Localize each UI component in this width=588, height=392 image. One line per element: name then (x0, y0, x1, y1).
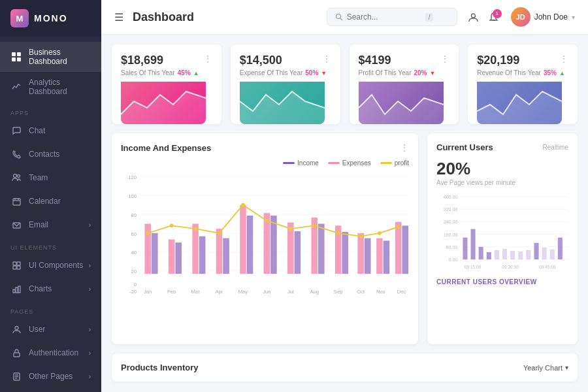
stat-card-profit: $4199 ⋮ Profit Of This Year 20% ▼ (350, 44, 459, 124)
chevron-right-icon: › (89, 286, 91, 293)
svg-text:May: May (238, 289, 248, 295)
sidebar-item-team[interactable]: Team (0, 166, 101, 189)
chart-legend: Income Expenses profit (121, 159, 409, 167)
more-icon[interactable]: ⋮ (559, 54, 568, 64)
more-icon[interactable]: ⋮ (440, 54, 449, 64)
calendar-icon (10, 195, 22, 207)
income-expenses-chart: Income And Expenses ⋮ Income Expenses (112, 133, 418, 344)
svg-rect-15 (13, 289, 15, 293)
svg-rect-118 (550, 250, 555, 259)
svg-text:0: 0 (134, 282, 137, 287)
logo-text: MONO (34, 13, 68, 24)
sidebar-item-authentication[interactable]: Authentication › (0, 341, 101, 365)
svg-rect-64 (342, 232, 348, 274)
svg-text:Mar: Mar (191, 289, 200, 295)
svg-text:-20: -20 (129, 289, 137, 295)
svg-point-77 (289, 227, 293, 231)
sidebar-item-chat[interactable]: Chat (0, 119, 101, 142)
svg-rect-113 (510, 251, 515, 259)
current-users-overview-link[interactable]: CURRENT USERS OVERVIEW (436, 278, 568, 286)
components-icon (10, 259, 22, 271)
svg-rect-12 (17, 262, 20, 265)
svg-rect-54 (223, 238, 229, 274)
svg-rect-65 (357, 233, 364, 274)
chevron-down-icon[interactable]: ▾ (572, 14, 575, 21)
svg-text:60: 60 (131, 231, 137, 237)
chevron-right-icon: › (89, 373, 91, 380)
ui-section-label: UI ELEMENTS (0, 237, 101, 253)
svg-rect-52 (199, 237, 206, 274)
more-icon[interactable]: ⋮ (322, 54, 331, 64)
profile-icon[interactable] (468, 12, 479, 23)
svg-rect-2 (12, 57, 16, 61)
svg-rect-62 (318, 223, 325, 274)
svg-point-74 (218, 231, 221, 235)
search-input[interactable] (347, 12, 425, 22)
svg-rect-50 (175, 242, 182, 274)
notification-badge: 1 (493, 9, 502, 18)
stat-card-sales: $18,699 ⋮ Sales Of This Year 45% ▲ (112, 44, 221, 124)
sidebar-item-label: Calendar (29, 197, 61, 206)
sidebar-item-email[interactable]: Email › (0, 213, 101, 237)
svg-point-73 (193, 227, 197, 231)
sidebar-item-label: Chat (29, 126, 45, 135)
sidebar-item-calendar[interactable]: Calendar (0, 189, 101, 213)
user-icon (10, 323, 22, 335)
svg-point-78 (312, 223, 316, 227)
page-title: Dashboard (133, 10, 327, 24)
sidebar-item-business-dashboard[interactable]: Business Dashboard (0, 42, 101, 72)
sidebar-item-contacts[interactable]: Contacts (0, 142, 101, 166)
svg-text:20: 20 (131, 269, 137, 274)
trend-down-icon: ▼ (429, 70, 435, 76)
legend-income: Income (283, 159, 319, 167)
svg-rect-55 (240, 205, 246, 274)
svg-point-18 (15, 326, 18, 329)
svg-text:0.00: 0.00 (449, 257, 458, 262)
trend-down-icon: ▼ (321, 70, 327, 76)
svg-rect-68 (384, 240, 390, 274)
svg-point-79 (336, 231, 340, 235)
svg-text:Nov: Nov (376, 289, 385, 295)
svg-text:160.00: 160.00 (444, 233, 458, 237)
svg-rect-17 (18, 286, 20, 293)
search-shortcut: / (425, 13, 434, 22)
svg-text:40: 40 (131, 250, 137, 255)
sidebar-item-user[interactable]: User › (0, 318, 101, 341)
svg-text:Oct: Oct (357, 289, 365, 295)
svg-rect-116 (534, 243, 538, 259)
user-name: John Doe (534, 12, 568, 22)
stat-card-expense: $14,500 ⋮ Expense Of This Year 50% ▼ (231, 44, 340, 124)
stat-value: $18,699 (121, 54, 163, 67)
notification-icon[interactable]: 1 (488, 12, 499, 23)
sidebar-item-label: Other Pages (29, 372, 73, 381)
sidebar-item-analytics-dashboard[interactable]: Analytics Dashboard (0, 72, 101, 102)
svg-point-75 (241, 203, 245, 207)
svg-point-4 (14, 174, 17, 178)
sidebar-item-label: Charts (29, 284, 52, 293)
chart-more-icon[interactable]: ⋮ (400, 142, 409, 153)
svg-rect-117 (542, 248, 547, 259)
sidebar: M MONO Business Dashboard Analytics Dash… (0, 0, 101, 392)
svg-rect-109 (479, 247, 483, 259)
menu-icon[interactable]: ☰ (114, 11, 123, 24)
search-icon (335, 13, 343, 21)
svg-text:Jan: Jan (144, 289, 152, 295)
svg-text:Aug: Aug (310, 289, 319, 295)
stat-label: Expense Of This Year 50% ▼ (240, 69, 331, 76)
more-icon[interactable]: ⋮ (203, 54, 212, 64)
svg-text:Jun: Jun (263, 289, 270, 295)
grid-icon (10, 51, 22, 63)
chevron-right-icon: › (89, 262, 91, 269)
sidebar-item-ui-components[interactable]: UI Components › (0, 253, 101, 277)
svg-rect-49 (169, 239, 175, 274)
svg-rect-67 (376, 238, 383, 274)
stat-value: $20,199 (477, 54, 519, 67)
apps-section-label: APPS (0, 102, 101, 119)
sidebar-item-charts[interactable]: Charts › (0, 277, 101, 301)
svg-point-25 (336, 14, 340, 19)
charts-icon (10, 283, 22, 295)
svg-marker-31 (359, 95, 444, 124)
sidebar-item-label: UI Components (29, 261, 83, 270)
sidebar-item-other-pages[interactable]: Other Pages › (0, 365, 101, 388)
yearly-chart-button[interactable]: Yearly Chart ▾ (523, 364, 568, 372)
